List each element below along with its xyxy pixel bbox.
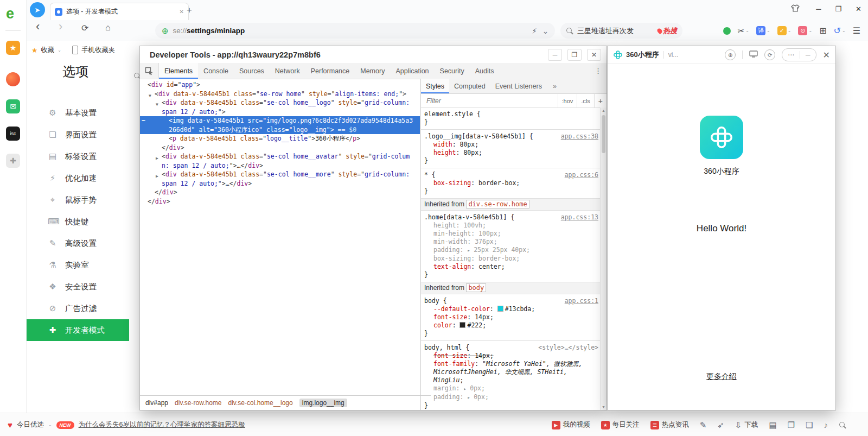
css-property[interactable]: font-size: 14px; <box>424 313 598 321</box>
css-property[interactable]: margin: ▸ 0px; <box>424 384 598 393</box>
new-rule-button[interactable]: + <box>594 94 607 108</box>
skin-theme-icon[interactable] <box>791 4 800 14</box>
rule-selector[interactable]: * <box>424 171 428 179</box>
sidebar-item-developer[interactable]: ✚开发者模式 <box>26 319 129 341</box>
isc-icon[interactable]: isc <box>6 127 20 141</box>
rule-selector[interactable]: .home[data-v-584e45b1] <box>424 213 507 221</box>
stylesheet-link[interactable]: app.css:6 <box>565 171 598 179</box>
devtools-more-icon[interactable]: ⋮ <box>590 67 607 75</box>
printer-icon[interactable]: ▤ <box>769 420 776 430</box>
sidebar-item-adfilter[interactable]: ⊘广告过滤 <box>26 298 129 319</box>
hot-news-button[interactable]: ☰热点资讯 <box>650 420 689 429</box>
bookmark-mobile-folder[interactable]: 手机收藏夹 <box>81 46 116 55</box>
sidebar-item-advanced[interactable]: ✎高级设置 <box>26 232 129 254</box>
fire-browser-icon[interactable] <box>6 72 20 86</box>
protection-dot-icon[interactable] <box>723 27 731 35</box>
styles-tab-event-listeners[interactable]: Event Listeners <box>490 79 547 93</box>
home-icon[interactable]: ⌂ <box>105 23 111 33</box>
news-headline-link[interactable]: 为什么会丢失6岁以前的记忆？心理学家的答案细思恐极 <box>79 420 245 429</box>
inherited-node-link[interactable]: body <box>466 283 486 292</box>
dom-tree-node[interactable]: <p data-v-584e45b1 class="logo__title">3… <box>140 134 420 143</box>
flash-icon[interactable]: ⚡ <box>532 27 537 35</box>
my-videos-button[interactable]: ▶我的视频 <box>552 420 590 429</box>
dom-tree-node[interactable]: </div> <box>140 197 420 206</box>
sidebar-tabs-overflow-icon[interactable]: » <box>548 79 561 93</box>
devtools-close-button[interactable]: ✕ <box>587 49 601 61</box>
dom-tree-node[interactable]: ▶<div data-v-584e45b1 class="se-col home… <box>140 152 420 170</box>
devtools-minimize-button[interactable]: ─ <box>548 49 562 61</box>
bookmark-favorites[interactable]: 收藏 <box>41 46 54 55</box>
browser-tab[interactable]: 选项 - 开发者模式 ✕ <box>50 3 189 20</box>
menu-hamburger-icon[interactable]: ☰ <box>853 26 860 36</box>
scroll-up-icon[interactable]: ▲ <box>601 109 607 112</box>
mail-icon[interactable]: ✉ <box>6 99 20 113</box>
sidebar-item-tabs[interactable]: ▤标签设置 <box>26 146 129 167</box>
inspect-element-icon[interactable] <box>140 63 159 79</box>
stylesheet-link[interactable]: <style>…</style> <box>538 344 598 352</box>
devtools-tab-console[interactable]: Console <box>198 63 234 79</box>
sidebar-item-interface[interactable]: ❏界面设置 <box>26 124 129 146</box>
download-button[interactable]: ⇩下载 <box>735 420 758 430</box>
styles-scrollbar[interactable]: ▲ ▼ <box>600 108 607 410</box>
sidebar-item-basic[interactable]: ⚙基本设置 <box>26 102 129 124</box>
inherited-node-link[interactable]: div.se-row.home <box>466 200 529 208</box>
stylesheet-link[interactable]: app.css:1 <box>565 297 598 305</box>
scrollbar-thumb[interactable] <box>602 115 605 153</box>
collapsed-arrow-icon[interactable]: ▶ <box>156 154 158 163</box>
daily-follow-button[interactable]: ★每日关注 <box>601 420 640 429</box>
rule-selector[interactable]: body <box>424 297 439 305</box>
favorites-star-icon[interactable]: ★ <box>6 41 20 55</box>
chevron-down-icon[interactable]: ⌄ <box>58 48 61 53</box>
css-property[interactable]: box-sizing: border-box; <box>424 255 598 263</box>
node-menu-icon[interactable]: ⋯ <box>142 116 145 125</box>
stylesheet-link[interactable]: app.css:13 <box>561 213 598 222</box>
dom-tree-node[interactable]: <div id="app"> <box>140 80 420 90</box>
maximize-button[interactable]: ❐ <box>835 5 841 13</box>
close-button[interactable]: ✕ <box>856 5 861 13</box>
css-property[interactable]: padding: ▸ 0px; <box>424 393 598 402</box>
expanded-arrow-icon[interactable]: ▼ <box>156 100 158 110</box>
dom-tree-node[interactable]: ▼<div data-v-584e45b1 class="se-col home… <box>140 98 420 116</box>
devtools-tab-application[interactable]: Application <box>390 63 434 79</box>
css-property[interactable]: font-size: 14px; <box>424 352 598 360</box>
devtools-tab-elements[interactable]: Elements <box>159 63 198 79</box>
clipboard-icon[interactable]: ❏ <box>806 420 813 430</box>
miniapp-minimize-icon[interactable]: ─ <box>800 51 816 59</box>
reload-icon[interactable]: ⟳ <box>81 23 88 33</box>
back-icon[interactable]: ‹ <box>36 20 40 34</box>
css-property[interactable]: --default-color: #13cbda; <box>424 305 598 313</box>
miniapp-more-icon[interactable]: ⋯ <box>782 51 800 59</box>
styles-tab-computed[interactable]: Computed <box>449 79 490 93</box>
breadcrumb-item[interactable]: div#app <box>145 399 168 407</box>
sidebar-item-speed[interactable]: ⚡优化加速 <box>26 167 129 189</box>
dom-tree-node[interactable]: ▼<div data-v-584e45b1 class="se-row home… <box>140 90 420 99</box>
styles-filter-input[interactable] <box>425 97 503 105</box>
devtools-tab-sources[interactable]: Sources <box>234 63 270 79</box>
devtools-tab-audits[interactable]: Audits <box>470 63 500 79</box>
class-toggle-button[interactable]: .cls <box>577 94 594 108</box>
styles-tab-styles[interactable]: Styles <box>421 79 449 93</box>
browser-logo-icon[interactable]: e <box>6 5 14 22</box>
devtools-tab-security[interactable]: Security <box>435 63 470 79</box>
apps-grid-icon[interactable]: ⊞ <box>819 26 826 36</box>
breadcrumb-item[interactable]: div.se-col.home__logo <box>228 399 293 407</box>
color-swatch[interactable] <box>459 322 465 328</box>
dom-tree-node[interactable]: ▶<div data-v-584e45b1 class="se-col home… <box>140 170 420 188</box>
safety-tool[interactable]: ✓⌄ <box>777 26 792 35</box>
quick-access-paperplane-icon[interactable]: ➤ <box>30 2 45 17</box>
locate-target-icon[interactable]: ⊕ <box>725 49 736 60</box>
cast-screen-icon[interactable] <box>749 50 758 60</box>
bottom-search-icon[interactable] <box>839 421 846 429</box>
games-tool[interactable]: ⊙⌄ <box>798 26 812 35</box>
speaker-icon[interactable]: ♪ <box>824 420 828 429</box>
edit-icon[interactable]: ✎ <box>700 420 707 430</box>
sidebar-item-hotkeys[interactable]: ⌨快捷键 <box>26 211 129 232</box>
pseudo-state-button[interactable]: :hov <box>558 94 577 108</box>
css-property[interactable]: padding: ▸ 25px 25px 40px; <box>424 246 598 255</box>
chevron-down-icon[interactable]: ⌄ <box>48 422 52 427</box>
css-property[interactable]: min-width: 376px; <box>424 238 598 246</box>
color-swatch[interactable] <box>497 306 503 312</box>
add-favorite-icon[interactable]: ⊕ <box>162 26 169 36</box>
sidebar-item-lab[interactable]: ⚗实验室 <box>26 254 129 276</box>
devtools-maximize-button[interactable]: ❐ <box>567 49 582 61</box>
